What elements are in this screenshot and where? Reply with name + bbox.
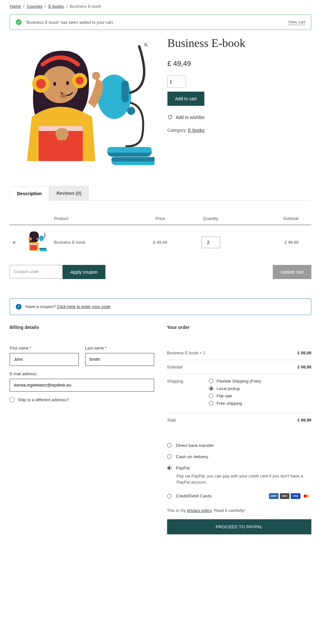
cart-table: Product Price Quantity Subtotal ✕ [10, 212, 311, 260]
order-column: Your order Business E-book × 2 £ 98,98 S… [167, 325, 312, 534]
breadcrumb-home[interactable]: Home [10, 4, 21, 9]
svg-rect-17 [57, 136, 67, 140]
privacy-link[interactable]: privacy policy [187, 508, 212, 513]
info-icon: i [16, 304, 22, 310]
cart-item-name[interactable]: Business E-book [51, 225, 138, 260]
cart-quantity-stepper[interactable] [201, 237, 220, 248]
privacy-text: This is my privacy policy. Read it caref… [167, 508, 312, 513]
ship-different-input[interactable] [10, 397, 14, 402]
remove-item-icon[interactable]: ✕ [12, 240, 16, 245]
breadcrumb-current: Business E-book [70, 4, 101, 9]
apply-coupon-button[interactable]: Apply coupon [63, 265, 105, 279]
shipping-local[interactable]: Local pickup [209, 386, 311, 391]
ship-different-checkbox[interactable]: Ship to a different address? [10, 397, 154, 402]
svg-point-28 [39, 235, 44, 241]
first-name-field[interactable] [10, 353, 79, 366]
col-subtotal: Subtotal [239, 212, 311, 225]
svg-rect-29 [39, 248, 47, 249]
svg-rect-26 [30, 244, 37, 250]
svg-point-12 [76, 77, 84, 85]
payment-bank[interactable]: Direct bank transfer [167, 440, 312, 451]
svg-rect-27 [30, 244, 37, 245]
zoom-icon[interactable] [141, 40, 151, 50]
coupon-input[interactable] [10, 265, 63, 278]
svg-rect-21 [111, 157, 155, 162]
billing-column: Billing details First name * Last name *… [10, 325, 154, 534]
order-subtotal-label: Subtotal [167, 365, 183, 369]
product-tabs: Description Reviews (0) [10, 186, 311, 201]
cart-added-notice: "Business E-book" has been added to your… [10, 14, 311, 30]
product-category: Category: E-books [167, 128, 311, 133]
ship-different-label: Ship to a different address? [18, 397, 69, 402]
shipping-flexible[interactable]: Flexible Shipping (Free) [209, 379, 311, 384]
breadcrumb-sep: / [66, 4, 67, 9]
svg-rect-19 [107, 147, 152, 153]
order-total-value: £ 98,98 [298, 418, 311, 422]
svg-point-10 [36, 79, 46, 89]
last-name-label: Last name * [85, 346, 154, 350]
add-to-wishlist[interactable]: Add to wishlist [167, 115, 311, 120]
payment-cc[interactable]: Credit/Debit Cards AMEX DISC VISA [167, 490, 312, 502]
category-link[interactable]: E-books [188, 128, 204, 133]
order-title: Your order [167, 325, 312, 330]
breadcrumb-ebooks[interactable]: E-books [49, 4, 64, 9]
svg-line-1 [146, 46, 147, 47]
wishlist-label: Add to wishlist [176, 115, 204, 120]
paypal-description: Pay via PayPal; you can pay with your cr… [177, 473, 312, 485]
first-name-label: First name * [10, 346, 79, 350]
col-price: Price [138, 212, 183, 225]
product-illustration [10, 36, 155, 165]
col-product: Product [51, 212, 138, 225]
heart-icon [167, 115, 173, 120]
discover-icon: DISC [280, 493, 290, 499]
coupon-info-link[interactable]: Click here to enter your code [57, 304, 110, 309]
cart-row: ✕ Business E-book £ 49,49 [10, 225, 311, 260]
svg-rect-30 [40, 249, 47, 251]
last-name-field[interactable] [85, 353, 154, 366]
shipping-flat[interactable]: Flat rate [209, 394, 311, 398]
svg-point-8 [60, 94, 67, 98]
product-price: £ 49,49 [167, 59, 311, 68]
product-title: Business E-book [167, 36, 311, 50]
view-cart-link[interactable]: View cart [288, 20, 305, 25]
category-label: Category: [167, 128, 188, 133]
checkout-section: Billing details First name * Last name *… [10, 325, 311, 534]
payment-methods: Direct bank transfer Cash on delivery Pa… [167, 440, 312, 502]
cart-item-subtotal: £ 98,98 [239, 225, 311, 260]
billing-title: Billing details [10, 325, 154, 330]
order-line-item: Business E-book × 2 [167, 350, 206, 355]
product-image [10, 36, 155, 167]
tab-description[interactable]: Description [10, 186, 49, 201]
svg-point-4 [127, 107, 135, 115]
quantity-stepper[interactable] [167, 76, 186, 88]
svg-rect-3 [121, 81, 129, 103]
proceed-button[interactable]: PROCEED TO PAYPAL [167, 519, 312, 534]
payment-paypal[interactable]: PayPal [167, 462, 312, 474]
add-to-cart-button[interactable]: Add to cart [167, 92, 205, 106]
notice-text: "Business E-book" has been added to your… [25, 20, 114, 25]
checkmark-icon [16, 19, 22, 25]
svg-point-7 [66, 81, 69, 85]
shipping-free[interactable]: Free shipping [209, 401, 311, 406]
shipping-label: Shipping [167, 379, 183, 408]
svg-point-31 [36, 238, 38, 240]
breadcrumb: Home / Courses / E-books / Business E-bo… [10, 0, 311, 13]
col-quantity: Quantity [183, 212, 239, 225]
svg-point-6 [53, 82, 56, 86]
coupon-info-text: Have a coupon? [25, 304, 57, 309]
order-total-label: Total [167, 418, 176, 422]
breadcrumb-courses[interactable]: Courses [27, 4, 42, 9]
mastercard-icon [302, 493, 311, 499]
card-icons: AMEX DISC VISA [269, 493, 311, 499]
order-subtotal-value: £ 98,98 [298, 365, 311, 369]
payment-cod[interactable]: Cash on delivery [167, 451, 312, 462]
visa-icon: VISA [291, 493, 300, 499]
email-field[interactable] [10, 379, 154, 392]
product-meta: Business E-book £ 49,49 Add to cart Add … [167, 36, 311, 167]
order-line-total: £ 98,98 [298, 350, 311, 355]
breadcrumb-sep: / [23, 4, 24, 9]
cart-item-thumb[interactable] [22, 225, 51, 260]
svg-point-13 [92, 72, 100, 80]
update-cart-button[interactable]: Update cart [273, 265, 311, 279]
tab-reviews[interactable]: Reviews (0) [49, 186, 89, 200]
